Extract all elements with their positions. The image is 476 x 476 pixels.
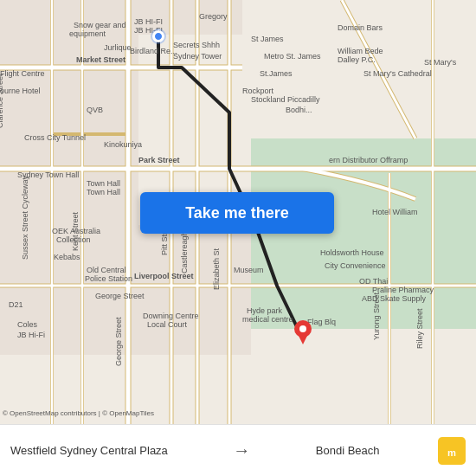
svg-text:St Mary's Cathedral: St Mary's Cathedral: [363, 69, 432, 78]
svg-text:Holdsworth House: Holdsworth House: [320, 248, 384, 257]
svg-text:OD Thai: OD Thai: [359, 277, 388, 286]
svg-text:Town Hall: Town Hall: [87, 179, 120, 188]
moovit-logo: m: [438, 437, 466, 465]
map-container: Snow gear and equipment JB HI-FI JB HI-F…: [0, 0, 476, 424]
svg-text:equipment: equipment: [69, 29, 106, 38]
svg-text:JB Hi-Fi: JB Hi-Fi: [17, 331, 45, 339]
svg-text:Elizabeth St: Elizabeth St: [212, 248, 221, 290]
svg-rect-9: [138, 225, 251, 355]
svg-text:medical centre: medical centre: [242, 315, 293, 324]
svg-text:George Street: George Street: [95, 292, 145, 300]
svg-text:Flight Centre: Flight Centre: [0, 69, 45, 78]
svg-text:ourne Hotel: ourne Hotel: [0, 87, 41, 95]
svg-text:St James: St James: [251, 35, 284, 43]
svg-text:Sydney Tower: Sydney Tower: [173, 52, 222, 61]
svg-text:D21: D21: [9, 300, 23, 309]
svg-text:Downing Centre: Downing Centre: [143, 312, 199, 320]
svg-text:Yurong Street: Yurong Street: [372, 292, 381, 340]
svg-marker-98: [298, 334, 308, 344]
destination-pin: [294, 320, 312, 348]
svg-text:Sussex Street Cycleway: Sussex Street Cycleway: [21, 175, 29, 260]
svg-text:Coles: Coles: [17, 320, 38, 329]
destination-label: Bondi Beach: [316, 444, 380, 457]
svg-text:Kinokuniya: Kinokuniya: [104, 140, 142, 149]
svg-text:Hyde park: Hyde park: [247, 306, 283, 315]
svg-text:Park Street: Park Street: [138, 156, 180, 164]
svg-text:Kebabs: Kebabs: [54, 253, 80, 261]
svg-text:Cross City Tunnel: Cross City Tunnel: [24, 133, 86, 142]
svg-text:Police Station: Police Station: [85, 274, 132, 283]
svg-text:Secrets Shhh: Secrets Shhh: [173, 41, 220, 49]
svg-text:Dalley P.C.: Dalley P.C.: [338, 55, 376, 64]
svg-text:Liverpool Street: Liverpool Street: [134, 272, 194, 280]
svg-text:JB HI-FI: JB HI-FI: [134, 17, 163, 26]
svg-text:Hotel William: Hotel William: [372, 208, 418, 216]
svg-text:Riley Street: Riley Street: [415, 308, 424, 349]
svg-text:St.James: St.James: [260, 69, 293, 78]
svg-text:Praline Pharmacy: Praline Pharmacy: [372, 286, 434, 294]
svg-point-99: [299, 325, 306, 332]
bottom-bar: Westfield Sydney Central Plaza → Bondi B…: [0, 424, 476, 476]
svg-text:Local Court: Local Court: [147, 320, 188, 329]
svg-text:ern Distributor Offramp: ern Distributor Offramp: [329, 156, 408, 164]
origin-label: Westfield Sydney Central Plaza: [10, 444, 168, 457]
svg-text:m: m: [447, 447, 456, 457]
svg-text:Snow gear and: Snow gear and: [74, 21, 126, 29]
take-me-there-button[interactable]: Take me there: [140, 192, 334, 234]
svg-text:Bodhi...: Bodhi...: [286, 106, 312, 114]
svg-text:Birdland Re...: Birdland Re...: [130, 47, 177, 55]
arrow-icon: →: [233, 441, 250, 460]
svg-text:George Street: George Street: [114, 317, 123, 366]
user-location-dot: [152, 30, 164, 42]
svg-text:© OpenStreetMap contributors |: © OpenStreetMap contributors | © OpenMap…: [3, 409, 154, 417]
svg-text:Museum: Museum: [234, 266, 264, 274]
svg-text:Market Street: Market Street: [76, 55, 125, 64]
svg-text:Old Central: Old Central: [87, 266, 126, 274]
moovit-logo-icon: m: [438, 437, 466, 465]
svg-text:OEK Australia: OEK Australia: [52, 227, 100, 235]
svg-text:St Mary's: St Mary's: [424, 58, 457, 67]
svg-text:Stockland Piccadilly: Stockland Piccadilly: [251, 95, 320, 104]
svg-text:Collection: Collection: [56, 235, 91, 244]
svg-text:Jurlique: Jurlique: [104, 43, 132, 52]
svg-text:QVB: QVB: [87, 106, 103, 114]
svg-text:Clarence Street: Clarence Street: [0, 74, 4, 128]
svg-text:Metro St. James: Metro St. James: [264, 52, 321, 61]
svg-text:William Bede: William Bede: [338, 47, 383, 55]
svg-text:Town Hall: Town Hall: [87, 188, 120, 196]
svg-text:City Convenience: City Convenience: [325, 261, 386, 270]
svg-text:Rockport: Rockport: [242, 87, 274, 95]
svg-text:Domain Bars: Domain Bars: [338, 23, 383, 32]
svg-text:Gregory: Gregory: [199, 12, 228, 21]
